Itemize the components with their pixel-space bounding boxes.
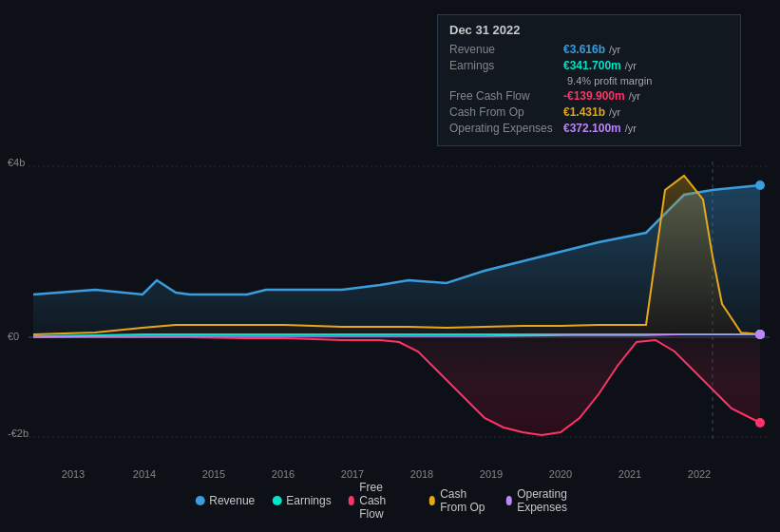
x-label-2016: 2016 bbox=[272, 468, 295, 480]
svg-point-4 bbox=[755, 180, 765, 190]
info-label-fcf: Free Cash Flow bbox=[449, 89, 563, 103]
x-label-2022: 2022 bbox=[688, 468, 711, 480]
svg-point-8 bbox=[755, 330, 765, 339]
info-label-earnings: Earnings bbox=[449, 59, 563, 72]
legend-dot-earnings bbox=[272, 496, 281, 505]
legend-label-revenue: Revenue bbox=[209, 494, 255, 507]
info-label-cashop: Cash From Op bbox=[449, 105, 563, 119]
info-value-opex: €372.100m bbox=[563, 122, 621, 135]
info-value-earnings: €341.700m bbox=[563, 59, 621, 72]
info-row-fcf: Free Cash Flow -€139.900m /yr bbox=[449, 89, 729, 103]
legend-label-earnings: Earnings bbox=[286, 494, 331, 507]
info-unit-opex: /yr bbox=[625, 123, 637, 134]
legend-label-cashop: Cash From Op bbox=[440, 487, 488, 514]
legend-item-cashop: Cash From Op bbox=[429, 487, 489, 514]
legend-label-opex: Operating Expenses bbox=[517, 487, 585, 514]
legend-dot-opex bbox=[506, 496, 513, 505]
info-value-revenue: €3.616b bbox=[563, 43, 605, 56]
x-label-2015: 2015 bbox=[202, 468, 225, 480]
x-label-2020: 2020 bbox=[549, 468, 572, 480]
x-label-2017: 2017 bbox=[341, 468, 364, 480]
info-box: Dec 31 2022 Revenue €3.616b /yr Earnings… bbox=[437, 14, 741, 146]
info-unit-earnings: /yr bbox=[625, 60, 637, 71]
legend: Revenue Earnings Free Cash Flow Cash Fro… bbox=[195, 481, 585, 521]
x-label-2019: 2019 bbox=[480, 468, 503, 480]
info-unit-fcf: /yr bbox=[629, 90, 640, 102]
x-label-2013: 2013 bbox=[62, 468, 85, 480]
legend-item-earnings: Earnings bbox=[272, 494, 331, 507]
info-row-opex: Operating Expenses €372.100m /yr bbox=[449, 122, 729, 135]
info-unit-revenue: /yr bbox=[609, 44, 620, 55]
legend-dot-cashop bbox=[429, 496, 436, 505]
svg-point-7 bbox=[755, 418, 765, 428]
info-value-fcf: -€139.900m bbox=[563, 89, 625, 103]
legend-item-revenue: Revenue bbox=[195, 494, 255, 507]
info-date: Dec 31 2022 bbox=[449, 23, 729, 37]
info-unit-cashop: /yr bbox=[609, 106, 620, 118]
legend-item-fcf: Free Cash Flow bbox=[349, 481, 412, 521]
info-row-earnings: Earnings €341.700m /yr bbox=[449, 59, 729, 72]
legend-item-opex: Operating Expenses bbox=[506, 487, 585, 514]
legend-dot-revenue bbox=[195, 496, 204, 505]
x-label-2018: 2018 bbox=[410, 468, 433, 480]
info-value-cashop: €1.431b bbox=[563, 105, 605, 119]
info-row-cashop: Cash From Op €1.431b /yr bbox=[449, 105, 729, 119]
chart-container: Dec 31 2022 Revenue €3.616b /yr Earnings… bbox=[0, 0, 780, 532]
legend-label-fcf: Free Cash Flow bbox=[359, 481, 411, 521]
legend-dot-fcf bbox=[349, 496, 355, 505]
x-label-2014: 2014 bbox=[133, 468, 156, 480]
info-label-revenue: Revenue bbox=[449, 43, 563, 56]
info-label-opex: Operating Expenses bbox=[449, 122, 563, 135]
info-row-revenue: Revenue €3.616b /yr bbox=[449, 43, 729, 56]
x-label-2021: 2021 bbox=[618, 468, 641, 480]
info-note-earnings: 9.4% profit margin bbox=[567, 75, 729, 86]
